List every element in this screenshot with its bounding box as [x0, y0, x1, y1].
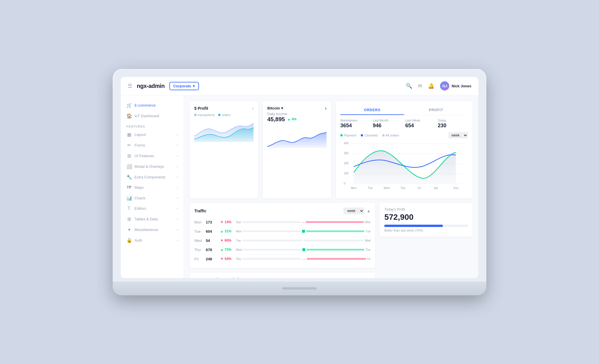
chevron-right-icon: › — [177, 239, 178, 242]
svg-text:100: 100 — [344, 172, 349, 175]
sidebar-item-charts[interactable]: 📊 Charts › — [121, 193, 184, 203]
right-bottom: Today's Profit 572,900 Better than last … — [380, 203, 473, 278]
sidebar-item-label: Tables & Data — [135, 217, 158, 221]
svg-text:Wed: Wed — [384, 186, 389, 190]
traffic-title: Traffic — [194, 209, 206, 213]
income-badge: ▲ 4% — [287, 117, 297, 121]
sidebar-item-editors[interactable]: T Editors › — [121, 203, 184, 214]
charts-icon: 📊 — [126, 195, 132, 201]
avatar: NJ — [440, 81, 449, 90]
profit-card: $ Profit › transactions order — [190, 101, 258, 198]
traffic-period-select[interactable]: week month — [343, 207, 364, 214]
sidebar-item-label: Extra Components — [135, 175, 166, 179]
profit-bar-fill — [384, 225, 443, 227]
sidebar-section-features: FEATURES — [121, 121, 184, 129]
tables-icon: ⊞ — [126, 216, 132, 222]
sidebar-item-tables[interactable]: ⊞ Tables & Data › — [121, 214, 184, 224]
corp-dropdown[interactable]: Corporate ▾ — [169, 82, 199, 90]
traffic-row-tue: Tue 604 ▲ 31% Mon Tue — [194, 227, 370, 236]
chevron-right-icon: › — [177, 228, 178, 231]
stat-today: Today 230 — [438, 119, 468, 129]
sidebar-item-modal[interactable]: ⬜ Modal & Overlays › — [121, 161, 184, 172]
sidebar-item-forms[interactable]: ✏ Forms › — [121, 140, 184, 151]
top-cards: $ Profit › transactions order — [190, 101, 473, 198]
orders-dot — [218, 114, 220, 116]
content: $ Profit › transactions order — [184, 95, 478, 278]
sidebar-item-label: Forms — [135, 143, 145, 147]
svg-text:0: 0 — [344, 182, 345, 185]
stat-marketplace: Marketplace 3654 — [340, 119, 370, 129]
sidebar-item-auth[interactable]: 🔒 Auth › — [121, 235, 184, 246]
sidebar-item-label: Layout — [135, 132, 146, 137]
editors-icon: T — [126, 206, 132, 211]
bitcoin-label: Bitcoin — [267, 106, 280, 110]
country-stats-title: Country Orders Statistics — [194, 277, 370, 278]
legend-canceled: Canceled — [361, 134, 377, 137]
traffic-row-mon: Mon 173 ▼ 14% Sun — — [194, 218, 370, 227]
profit-hint: Better than last week (70%) — [384, 229, 468, 232]
collapse-icon[interactable]: ▲ — [366, 209, 370, 213]
bitcoin-arrow-icon: ▾ — [281, 106, 283, 110]
sidebar-item-label: Charts — [135, 196, 145, 200]
chevron-right-icon: › — [177, 176, 178, 179]
profit-title: $ Profit — [194, 106, 208, 111]
misc-icon: ✦ — [126, 227, 132, 232]
svg-text:300: 300 — [344, 152, 349, 155]
chart-legend: Payment Canceled All orders — [340, 134, 399, 137]
traffic-row-fri: Fri 248 ▼ 54% Thu — Fri — [194, 255, 370, 263]
chevron-right-icon: › — [177, 186, 178, 189]
profit-arrow-icon[interactable]: › — [252, 106, 254, 111]
profit-today-label: Today's Profit — [384, 207, 468, 211]
bottom-cards: Traffic week month ▲ — [190, 203, 473, 278]
sidebar-item-label: Miscellaneous — [135, 228, 158, 232]
chevron-right-icon: › — [177, 165, 178, 168]
sidebar-item-layout[interactable]: ▦ Layout › — [121, 129, 184, 140]
auth-icon: 🔒 — [126, 238, 132, 243]
allorders-dot — [382, 134, 385, 136]
sidebar-item-iot[interactable]: 🏠 IoT Dashboard — [121, 111, 184, 121]
sidebar-item-label: Modal & Overlays — [135, 164, 164, 169]
sidebar-item-label: UI Features — [135, 154, 154, 158]
ecommerce-icon: 🛒 — [126, 103, 132, 108]
legend-all-orders: All orders — [382, 134, 399, 137]
extra-icon: 🔧 — [126, 174, 132, 180]
left-bottom: Traffic week month ▲ — [190, 203, 375, 278]
profit-chart — [194, 119, 254, 142]
iot-icon: 🏠 — [126, 113, 132, 119]
chevron-right-icon: › — [177, 207, 178, 210]
logo: ngx-admin — [137, 83, 165, 89]
sidebar-item-ecommerce[interactable]: 🛒 E-commerce — [121, 100, 184, 111]
tab-orders[interactable]: ORDERS — [340, 106, 404, 115]
corp-label: Corporate — [173, 84, 191, 88]
daily-income-value: 45,895 — [267, 116, 285, 123]
traffic-card: Traffic week month ▲ — [190, 203, 375, 268]
sidebar-item-maps[interactable]: 🗺 Maps › — [121, 182, 184, 193]
user-avatar-area[interactable]: NJ Nick Jones — [440, 81, 471, 90]
stat-last-week: Last Week 654 — [405, 119, 435, 129]
main-area: 🛒 E-commerce 🏠 IoT Dashboard FEATURES ▦ … — [121, 95, 478, 278]
country-card: Country Orders Statistics — [190, 273, 375, 278]
traffic-row-thu: Thu 678 ▲ 73% Wed Thu — [194, 245, 370, 255]
layout-icon: ▦ — [126, 132, 132, 137]
orders-card: ORDERS PROFIT Marketplace 3654 Last Mont… — [336, 101, 473, 198]
search-icon[interactable]: 🔍 — [406, 83, 412, 89]
bitcoin-nav-icon[interactable]: › — [325, 106, 327, 111]
tab-profit[interactable]: PROFIT — [404, 106, 468, 115]
bitcoin-selector[interactable]: Bitcoin ▾ — [267, 106, 283, 110]
canceled-dot — [361, 134, 363, 136]
sidebar-item-extra[interactable]: 🔧 Extra Components › — [121, 172, 184, 182]
traffic-controls: week month ▲ — [343, 207, 370, 214]
profit-legend: transactions orders — [194, 113, 254, 117]
orders-tabs: ORDERS PROFIT — [340, 106, 468, 115]
profit-today-card: Today's Profit 572,900 Better than last … — [380, 203, 473, 237]
sidebar-item-ui-features[interactable]: ⊞ UI Features › — [121, 151, 184, 161]
chevron-right-icon: › — [177, 154, 178, 157]
legend-payment: Payment — [340, 134, 356, 137]
period-select[interactable]: week month — [448, 132, 468, 138]
hamburger-icon[interactable]: ☰ — [128, 83, 132, 89]
svg-text:Sat: Sat — [433, 186, 438, 190]
mail-icon[interactable]: ✉ — [418, 83, 422, 89]
header-right: 🔍 ✉ 🔔 NJ Nick Jones — [406, 81, 471, 90]
sidebar-item-misc[interactable]: ✦ Miscellaneous › — [121, 224, 184, 235]
bell-icon[interactable]: 🔔 — [428, 83, 434, 89]
